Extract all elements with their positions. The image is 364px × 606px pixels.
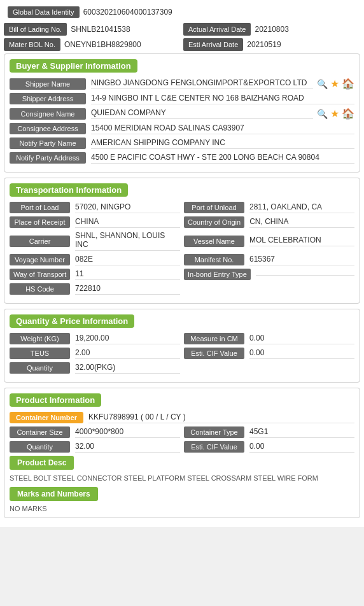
esti-arrival-label: Esti Arrival Date [183, 38, 243, 51]
two-col-row: Voyage Number082EManifest No.615367 [10, 254, 354, 265]
field-row-left: Port of Load57020, NINGPO [10, 202, 180, 213]
bill-of-lading-label: Bill of Lading No. [4, 23, 67, 36]
field-row-right: In-bond Entry Type [184, 269, 354, 280]
search-icon[interactable]: 🔍 [317, 79, 328, 89]
two-col-row: Place of ReceiptCHINACountry of OriginCN… [10, 216, 354, 228]
field-row-right: Container Type45G1 [184, 426, 354, 438]
field-row-right: Port of Unload2811, OAKLAND, CA [184, 202, 354, 213]
global-identity-label: Global Data Identity [8, 6, 80, 18]
field-row-left: CarrierSHNL, SHANNON, LOUIS INC [10, 231, 180, 251]
quantity-price-title: Quantity & Price Information [10, 314, 134, 328]
mater-bol-cell: Mater BOL No. ONEYNB1BH8829800 [4, 38, 181, 51]
field-label: Esti. CIF Value [184, 441, 244, 453]
field-row-right: Measure in CM0.00 [184, 333, 354, 344]
search-icon[interactable]: 🔍 [317, 109, 328, 119]
field-row-left: Container Size4000*900*800 [10, 426, 180, 438]
buyer-supplier-field-row: Notify Party Address4500 E PACIFIC COAST… [10, 152, 354, 164]
star-icon[interactable]: ★ [330, 108, 339, 120]
esti-arrival-cell: Esti Arrival Date 20210519 [183, 38, 360, 51]
product-title: Product Information [10, 393, 101, 407]
field-label: Manifest No. [184, 254, 244, 265]
home-icon[interactable]: 🏠 [342, 78, 354, 90]
field-label: Shipper Address [10, 93, 86, 104]
field-label: Place of Receipt [10, 216, 70, 228]
field-label: Measure in CM [184, 333, 244, 344]
field-value: 0.00 [249, 348, 354, 359]
mater-bol-label: Mater BOL No. [4, 38, 60, 51]
actual-arrival-label: Actual Arrival Date [183, 23, 251, 36]
field-row-right: Esti. CIF Value0.00 [184, 348, 354, 359]
bill-of-lading-value: SHNLB21041538 [71, 25, 130, 34]
field-label: In-bond Entry Type [184, 269, 251, 280]
marks-numbers-button[interactable]: Marks and Numbers [10, 487, 98, 501]
star-icon[interactable]: ★ [330, 78, 339, 90]
product-desc-text: STEEL BOLT STEEL CONNECTOR STEEL PLATFOR… [10, 474, 354, 483]
actual-arrival-cell: Actual Arrival Date 20210803 [183, 23, 360, 36]
field-value: 19,200.00 [75, 334, 180, 344]
field-value: AMERICAN SHIPPING COMPANY INC [91, 138, 354, 149]
transportation-section: Transportation Information Port of Load5… [4, 178, 360, 304]
field-label: Way of Transport [10, 269, 70, 280]
product-fields: Container Size4000*900*800Container Type… [10, 426, 354, 453]
mater-bol-value: ONEYNB1BH8829800 [64, 40, 141, 49]
field-value: 32.00(PKG) [75, 363, 180, 374]
two-col-row: CarrierSHNL, SHANNON, LOUIS INCVessel Na… [10, 231, 354, 251]
header-grid: Bill of Lading No. SHNLB21041538 Actual … [4, 23, 360, 51]
field-value: SHNL, SHANNON, LOUIS INC [75, 231, 180, 251]
field-label: Notify Party Address [10, 152, 86, 164]
buyer-supplier-field-row: Shipper Address14-9 NINGBO INT L C&E CEN… [10, 93, 354, 104]
field-value: 722810 [75, 284, 180, 295]
field-value: QUIEDAN COMPANY [91, 108, 313, 119]
field-label: Container Type [184, 426, 244, 438]
esti-arrival-value: 20210519 [247, 40, 281, 49]
field-label: Container Size [10, 426, 70, 438]
field-row-right: Manifest No.615367 [184, 254, 354, 265]
field-value: 57020, NINGPO [75, 202, 180, 213]
field-value: 2811, OAKLAND, CA [249, 202, 354, 213]
field-label: Carrier [10, 236, 70, 247]
field-value: NINGBO JIANGDONG FENGLONGIMPORT&EXPORTCO… [91, 78, 313, 89]
field-label: Consignee Name [10, 108, 86, 120]
global-identity-value: 600320210604000137309 [83, 8, 172, 17]
field-row-left: Quantity32.00 [10, 441, 180, 453]
product-section: Product Information Container Number KKF… [4, 388, 360, 518]
buyer-supplier-field-row: Shipper NameNINGBO JIANGDONG FENGLONGIMP… [10, 78, 354, 90]
global-identity-row: Global Data Identity 6003202106040001373… [4, 4, 360, 20]
field-label: Esti. CIF Value [184, 348, 244, 359]
field-row-left: TEUS2.00 [10, 348, 180, 359]
buyer-supplier-field-row: Notify Party NameAMERICAN SHIPPING COMPA… [10, 137, 354, 149]
two-col-row: HS Code722810 [10, 283, 354, 295]
two-col-row: Way of Transport11In-bond Entry Type [10, 269, 354, 280]
field-label: Shipper Name [10, 78, 86, 90]
field-row-right: Esti. CIF Value0.00 [184, 441, 354, 453]
field-icons: 🔍★🏠 [317, 78, 354, 90]
field-value: MOL CELEBRATION [249, 236, 354, 246]
buyer-supplier-field-row: Consignee NameQUIEDAN COMPANY🔍★🏠 [10, 108, 354, 120]
field-value: 0.00 [249, 442, 354, 453]
field-row-left: Place of ReceiptCHINA [10, 216, 180, 228]
field-value: 4500 E PACIFIC COAST HWY - STE 200 LONG … [91, 153, 354, 164]
field-label: Vessel Name [184, 236, 244, 247]
marks-text: NO MARKS [10, 505, 354, 512]
field-label: Weight (KG) [10, 333, 70, 344]
home-icon[interactable]: 🏠 [342, 108, 354, 120]
two-col-row: Container Size4000*900*800Container Type… [10, 426, 354, 438]
container-number-button[interactable]: Container Number [10, 412, 83, 423]
field-row-left: Way of Transport11 [10, 269, 180, 280]
field-row-left: Weight (KG)19,200.00 [10, 333, 180, 344]
field-label: Quantity [10, 441, 70, 453]
two-col-row: Weight (KG)19,200.00Measure in CM0.00 [10, 333, 354, 344]
buyer-supplier-fields: Shipper NameNINGBO JIANGDONG FENGLONGIMP… [10, 78, 354, 164]
field-value: 4000*900*800 [75, 427, 180, 438]
field-label: HS Code [10, 283, 70, 295]
product-desc-button[interactable]: Product Desc [10, 456, 74, 470]
buyer-supplier-section: Buyer & Supplier Information Shipper Nam… [4, 53, 360, 173]
field-value: CHINA [75, 217, 180, 228]
field-value [256, 274, 354, 276]
container-number-row: Container Number KKFU7898991 ( 00 / L / … [10, 412, 354, 423]
bill-of-lading-cell: Bill of Lading No. SHNLB21041538 [4, 23, 181, 36]
field-value: 32.00 [75, 442, 180, 453]
transportation-title: Transportation Information [10, 183, 128, 197]
container-number-value: KKFU7898991 ( 00 / L / CY ) [88, 412, 354, 423]
transportation-fields: Port of Load57020, NINGPOPort of Unload2… [10, 202, 354, 295]
